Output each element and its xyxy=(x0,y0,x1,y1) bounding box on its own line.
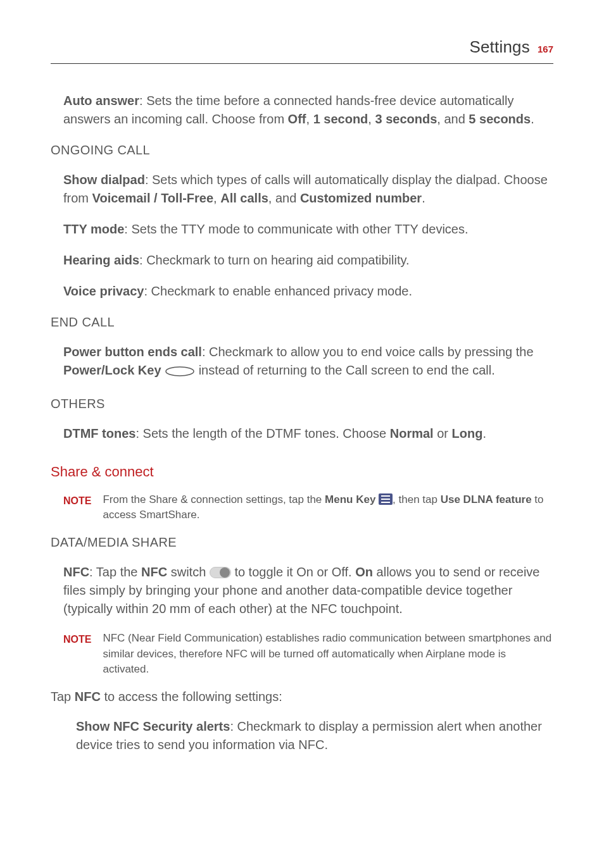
page-number: 167 xyxy=(538,42,553,56)
note-2-body: NFC (Near Field Communication) establish… xyxy=(103,631,553,678)
show-nfc-security-alerts-item: Show NFC Security alerts: Checkmark to d… xyxy=(76,717,553,754)
header-title: Settings xyxy=(469,35,530,59)
auto-answer-opt-1s: 1 second xyxy=(313,112,368,126)
auto-answer-label: Auto answer xyxy=(63,94,139,108)
auto-answer-item: Auto answer: Sets the time before a conn… xyxy=(63,92,553,128)
svg-point-0 xyxy=(166,367,194,376)
hearing-aids-item: Hearing aids: Checkmark to turn on heari… xyxy=(63,251,553,270)
dtmf-tones-label: DTMF tones xyxy=(63,426,135,440)
nfc-label: NFC xyxy=(63,565,89,579)
ongoing-call-heading: ONGOING CALL xyxy=(51,141,553,159)
power-button-ends-call-label: Power button ends call xyxy=(63,345,202,359)
tty-mode-item: TTY mode: Sets the TTY mode to communica… xyxy=(63,220,553,239)
data-media-share-heading: DATA/MEDIA SHARE xyxy=(51,533,553,552)
menu-key-icon xyxy=(379,493,393,505)
show-dialpad-label: Show dialpad xyxy=(63,173,145,187)
nfc-item: NFC: Tap the NFC switch to toggle it On … xyxy=(63,563,553,618)
toggle-switch-icon xyxy=(210,567,231,578)
auto-answer-opt-5s: 5 seconds xyxy=(469,112,531,126)
note-2: NOTE NFC (Near Field Communication) esta… xyxy=(63,631,553,678)
hearing-aids-label: Hearing aids xyxy=(63,253,139,267)
show-dialpad-item: Show dialpad: Sets which types of calls … xyxy=(63,171,553,208)
note-1-body: From the Share & connection settings, ta… xyxy=(103,492,553,523)
power-key-icon xyxy=(165,364,195,382)
power-button-ends-call-item: Power button ends call: Checkmark to all… xyxy=(63,343,553,382)
note-1: NOTE From the Share & connection setting… xyxy=(63,492,553,523)
others-heading: OTHERS xyxy=(51,395,553,413)
end-call-heading: END CALL xyxy=(51,313,553,332)
voice-privacy-label: Voice privacy xyxy=(63,284,144,298)
page-header: Settings 167 xyxy=(51,35,553,64)
tap-nfc-line: Tap NFC to access the following settings… xyxy=(51,688,553,706)
note-label: NOTE xyxy=(63,631,91,647)
voice-privacy-item: Voice privacy: Checkmark to enable enhan… xyxy=(63,282,553,301)
show-nfc-security-alerts-label: Show NFC Security alerts xyxy=(76,719,230,733)
power-lock-key-label: Power/Lock Key xyxy=(63,363,161,377)
auto-answer-opt-3s: 3 seconds xyxy=(375,112,437,126)
tty-mode-label: TTY mode xyxy=(63,222,124,236)
auto-answer-opt-off: Off xyxy=(288,112,306,126)
dtmf-tones-item: DTMF tones: Sets the length of the DTMF … xyxy=(63,425,553,443)
share-connect-heading: Share & connect xyxy=(51,462,553,482)
note-label: NOTE xyxy=(63,492,91,508)
